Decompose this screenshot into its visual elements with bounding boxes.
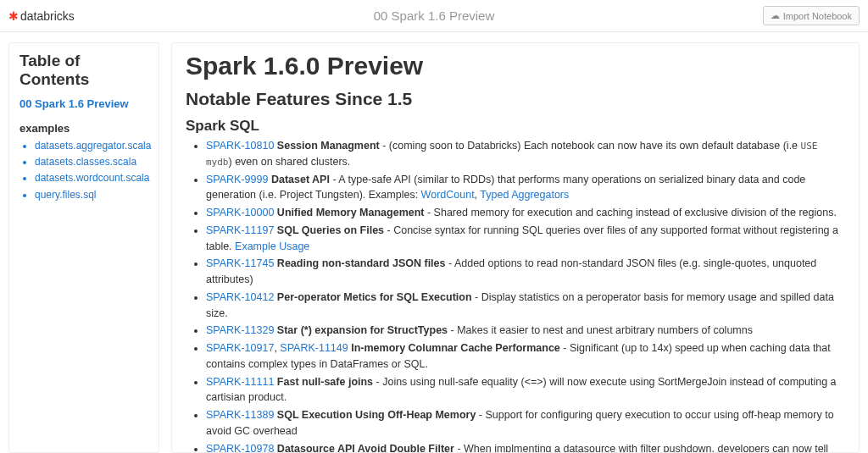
feature-title: SQL Execution Using Off-Heap Memory xyxy=(277,409,476,421)
example-link[interactable]: WordCount xyxy=(421,189,475,201)
toc-main-link[interactable]: 00 Spark 1.6 Preview xyxy=(19,97,148,110)
sidebar: Table of Contents 00 Spark 1.6 Preview e… xyxy=(8,42,159,453)
cloud-upload-icon: ☁ xyxy=(771,10,780,21)
example-link[interactable]: Typed Aggregators xyxy=(480,189,569,201)
jira-link[interactable]: SPARK-10810 xyxy=(206,140,274,152)
feature-title: In-memory Columnar Cache Performance xyxy=(351,342,560,354)
list-item: SPARK-10810 Session Managment - (coming … xyxy=(206,138,845,170)
feature-desc: - Makes it easier to nest and unest arbi… xyxy=(448,324,753,336)
toc-example-item[interactable]: datasets.wordcount.scala xyxy=(35,170,148,186)
example-link[interactable]: Example Usage xyxy=(235,240,309,252)
feature-title: Unified Memory Management xyxy=(277,207,425,218)
feature-title: Star (*) expansion for StructTypes xyxy=(277,324,448,336)
page-title: Spark 1.6.0 Preview xyxy=(186,52,845,80)
feature-title: Reading non-standard JSON files xyxy=(277,257,446,269)
notebook-title: 00 Spark 1.6 Preview xyxy=(374,8,495,23)
jira-link[interactable]: SPARK-11389 xyxy=(206,409,274,421)
notebook-content: Spark 1.6.0 Preview Notable Features Sin… xyxy=(171,42,860,453)
list-item: SPARK-10978 Datasource API Avoid Double … xyxy=(206,441,845,454)
spark-sql-list: SPARK-10810 Session Managment - (coming … xyxy=(186,138,845,453)
body-row: Table of Contents 00 Spark 1.6 Preview e… xyxy=(0,32,868,453)
feature-title: Datasource API Avoid Double Filter xyxy=(277,443,454,454)
brand-logo[interactable]: ✱ databricks xyxy=(8,9,75,23)
feature-title: SQL Queries on Files xyxy=(277,224,384,236)
toc-example-item[interactable]: query.files.sql xyxy=(35,187,148,203)
feature-title: Fast null-safe joins xyxy=(277,376,373,388)
section-heading: Notable Features Since 1.5 xyxy=(186,89,845,109)
list-item: SPARK-10000 Unified Memory Management - … xyxy=(206,205,845,221)
brand-text: databricks xyxy=(20,9,75,23)
list-item: SPARK-11197 SQL Queries on Files - Conci… xyxy=(206,223,845,255)
import-label: Import Notebook xyxy=(783,11,852,21)
logo-icon: ✱ xyxy=(8,9,19,23)
jira-link[interactable]: SPARK-10000 xyxy=(206,207,274,218)
jira-link[interactable]: SPARK-10917 xyxy=(206,342,274,354)
jira-link[interactable]: SPARK-11149 xyxy=(280,342,348,354)
list-item: SPARK-11111 Fast null-safe joins - Joins… xyxy=(206,374,845,406)
jira-link[interactable]: SPARK-11329 xyxy=(206,324,274,336)
toc-example-item[interactable]: datasets.classes.scala xyxy=(35,154,148,170)
import-notebook-button[interactable]: ☁ Import Notebook xyxy=(763,6,860,25)
list-item: SPARK-10412 Per-operator Metics for SQL … xyxy=(206,290,845,322)
feature-desc: - (coming soon to Databricks) Each noteb… xyxy=(380,140,801,152)
jira-link[interactable]: SPARK-11745 xyxy=(206,257,274,269)
list-item: SPARK-11745 Reading non-standard JSON fi… xyxy=(206,256,845,288)
jira-link[interactable]: SPARK-11111 xyxy=(206,376,274,388)
jira-link[interactable]: SPARK-11197 xyxy=(206,224,274,236)
toc-heading: Table of Contents xyxy=(19,52,148,89)
list-item: SPARK-9999 Dataset API - A type-safe API… xyxy=(206,172,845,204)
feature-title: Per-operator Metics for SQL Execution xyxy=(277,291,472,303)
jira-link[interactable]: SPARK-10978 xyxy=(206,443,274,454)
jira-link[interactable]: SPARK-9999 xyxy=(206,174,268,185)
toc-examples-heading: examples xyxy=(19,122,148,135)
feature-desc: ) even on shared clusters. xyxy=(229,156,351,168)
list-item: SPARK-11389 SQL Execution Using Off-Heap… xyxy=(206,407,845,439)
spark-sql-heading: Spark SQL xyxy=(186,118,845,135)
feature-title: Dataset API xyxy=(271,174,330,185)
toc-examples-list: datasets.aggregator.scaladatasets.classe… xyxy=(19,138,148,203)
feature-title: Session Managment xyxy=(277,140,380,152)
toc-example-item[interactable]: datasets.aggregator.scala xyxy=(35,138,148,154)
list-item: SPARK-10917, SPARK-11149 In-memory Colum… xyxy=(206,340,845,373)
header-bar: ✱ databricks 00 Spark 1.6 Preview ☁ Impo… xyxy=(0,0,868,32)
list-item: SPARK-11329 Star (*) expansion for Struc… xyxy=(206,323,845,339)
feature-desc: - Shared memory for execution and cachin… xyxy=(425,207,837,218)
jira-link[interactable]: SPARK-10412 xyxy=(206,291,274,303)
